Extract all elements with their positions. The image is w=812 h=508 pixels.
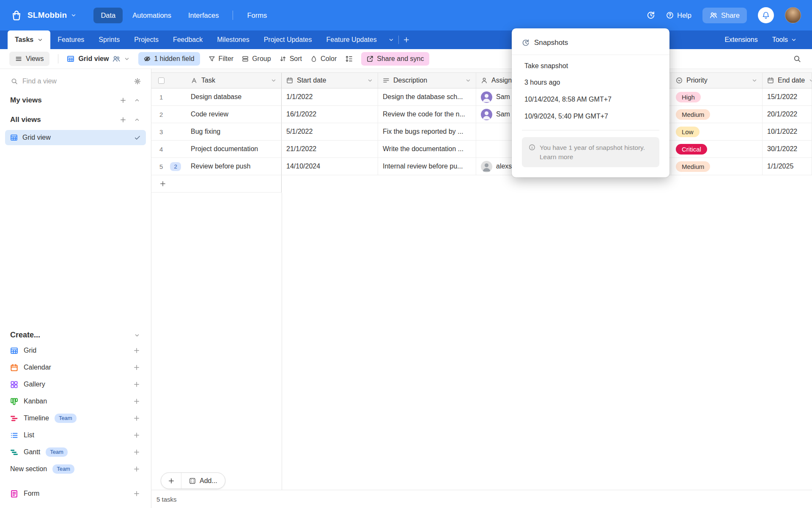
share-button[interactable]: Share [702,8,747,23]
add-from-template-button[interactable]: Add... [181,473,225,489]
add-table-button[interactable] [403,36,410,43]
cell-start-date[interactable]: 1/1/2022 [282,88,378,106]
view-settings-gear[interactable] [134,78,141,85]
nav-automations[interactable]: Automations [125,8,178,23]
group-button[interactable]: Group [242,55,271,63]
create-section-header[interactable]: Create... [10,326,140,340]
cell-description[interactable]: Fix the bugs reported by ... [378,123,476,141]
column-header-task[interactable]: Task [186,73,282,88]
workspace-name[interactable]: SLMobbin [27,11,67,20]
column-header-end-date[interactable]: End date [763,73,812,88]
take-snapshot-button[interactable]: Take snapshot [512,55,669,74]
cell-task[interactable]: Project documentation [186,141,282,158]
cell-task[interactable]: Code review [186,106,282,123]
collapse-all-views-icon[interactable] [134,117,140,123]
table-tab-tasks[interactable]: Tasks [8,30,50,49]
sort-button[interactable]: Sort [280,55,302,63]
row-number-cell[interactable]: 4 [151,141,186,158]
add-view-plus-icon[interactable] [133,347,140,354]
create-item-kanban[interactable]: Kanban [0,393,151,410]
add-view-plus-icon[interactable] [133,432,140,439]
row-number-cell[interactable]: 1 [151,88,186,106]
table-tab-sprints[interactable]: Sprints [91,30,127,49]
tab-overflow-chevron[interactable] [388,37,394,43]
cell-end-date[interactable]: 15/1/2022 [763,88,812,106]
add-record-row[interactable] [151,175,282,193]
color-button[interactable]: Color [310,55,337,63]
learn-more-link[interactable]: Learn more [540,153,573,160]
cell-start-date[interactable]: 14/10/2024 [282,158,378,175]
add-view-plus-icon[interactable] [133,398,140,405]
add-view-plus-icon[interactable] [133,364,140,371]
cell-description[interactable]: Internal review before pu... [378,158,476,175]
add-record-button[interactable] [161,473,181,489]
create-item-timeline[interactable]: TimelineTeam [0,410,151,427]
row-number-cell[interactable]: 3 [151,123,186,141]
column-header-start-date[interactable]: Start date [282,73,378,88]
cell-task[interactable]: Design database [186,88,282,106]
create-item-list[interactable]: List [0,427,151,444]
user-avatar[interactable] [785,7,801,23]
cell-description[interactable]: Review the code for the n... [378,106,476,123]
find-view-input[interactable] [22,77,129,85]
snapshot-item[interactable]: 3 hours ago [512,74,669,91]
nav-interfaces[interactable]: Interfaces [181,8,226,23]
search-button[interactable] [793,55,801,63]
add-view-plus-icon[interactable] [133,490,140,497]
create-item-calendar[interactable]: Calendar [0,359,151,376]
table-tab-projects[interactable]: Projects [127,30,166,49]
cell-task[interactable]: Review before push [186,158,282,175]
cell-description[interactable]: Design the database sch... [378,88,476,106]
cell-start-date[interactable]: 5/1/2022 [282,123,378,141]
workspace-chevron-icon[interactable] [71,12,77,18]
select-all-checkbox[interactable] [158,77,165,84]
collapse-my-views-icon[interactable] [134,97,140,103]
nav-forms[interactable]: Forms [240,8,274,23]
row-number-cell[interactable]: 2 [151,106,186,123]
table-tab-feature-updates[interactable]: Feature Updates [319,30,384,49]
cell-priority[interactable]: High [671,88,763,106]
cell-description[interactable]: Write the documentation ... [378,141,476,158]
row-number-cell[interactable]: 52 [151,158,186,175]
current-view-button[interactable]: Grid view [67,55,130,63]
cell-end-date[interactable]: 30/1/2022 [763,141,812,158]
create-item-grid[interactable]: Grid [0,342,151,359]
cell-priority[interactable]: Medium [671,106,763,123]
add-view-plus-icon[interactable] [133,381,140,388]
add-view-plus-icon[interactable] [133,415,140,422]
column-header-description[interactable]: Description [378,73,476,88]
column-header-priority[interactable]: Priority [671,73,763,88]
views-sidebar-toggle[interactable]: Views [9,52,49,66]
snapshot-item[interactable]: 10/9/2024, 5:40 PM GMT+7 [512,108,669,125]
table-tab-project-updates[interactable]: Project Updates [257,30,319,49]
create-item-gallery[interactable]: Gallery [0,376,151,393]
cell-priority[interactable]: Medium [671,158,763,175]
share-and-sync-pill[interactable]: Share and sync [361,52,429,66]
add-all-view-button[interactable] [120,116,126,123]
table-tab-feedback[interactable]: Feedback [166,30,210,49]
add-view-plus-icon[interactable] [133,449,140,456]
add-my-view-button[interactable] [120,97,126,104]
create-item-form[interactable]: Form [0,485,151,502]
table-tab-milestones[interactable]: Milestones [210,30,256,49]
cell-start-date[interactable]: 21/1/2022 [282,141,378,158]
notifications-button[interactable] [758,7,774,23]
my-views-header[interactable]: My views [10,96,140,105]
cell-task[interactable]: Bug fixing [186,123,282,141]
create-item-gantt[interactable]: GanttTeam [0,444,151,461]
view-item-grid-view[interactable]: Grid view [5,130,146,145]
row-height-button[interactable] [345,55,353,63]
cell-priority[interactable]: Critical [671,141,763,158]
add-view-plus-icon[interactable] [133,466,140,472]
help-button[interactable]: Help [666,11,691,19]
comment-count-badge[interactable]: 2 [170,162,181,171]
cell-end-date[interactable]: 1/1/2025 [763,158,812,175]
nav-data[interactable]: Data [93,8,123,23]
filter-button[interactable]: Filter [208,55,234,63]
history-button[interactable] [647,11,655,19]
cell-end-date[interactable]: 20/1/2022 [763,106,812,123]
cell-start-date[interactable]: 16/1/2022 [282,106,378,123]
create-item-new-section[interactable]: New sectionTeam [0,461,151,478]
extensions-button[interactable]: Extensions [719,36,763,44]
all-views-header[interactable]: All views [10,116,140,124]
